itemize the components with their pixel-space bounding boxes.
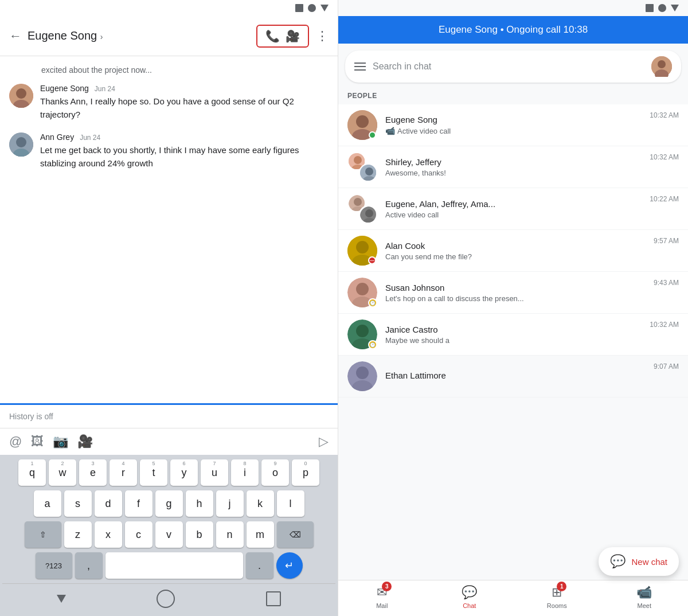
num-key[interactable]: ?123: [36, 552, 72, 579]
chat-avatar: [347, 152, 377, 182]
chat-messages: excited about the project now... Eugene …: [0, 56, 338, 403]
online-status-dot: [369, 131, 376, 139]
key-o[interactable]: 9o: [261, 459, 289, 486]
chat-avatar: [347, 361, 377, 391]
clock-status-dot2: 🕐: [368, 340, 377, 349]
chat-avatar: [347, 110, 377, 140]
backspace-key[interactable]: ⌫: [277, 521, 314, 548]
nav-back-button[interactable]: [57, 595, 66, 603]
svg-point-4: [16, 137, 26, 147]
svg-point-28: [356, 283, 369, 295]
chat-avatar: [347, 194, 377, 224]
key-l[interactable]: l: [277, 490, 304, 517]
chat-time: 10:32 AM: [650, 319, 679, 329]
right-panel: Eugene Song • Ongoing call 10:38 Search …: [338, 0, 688, 616]
key-y[interactable]: 6y: [170, 459, 198, 486]
space-key[interactable]: [105, 552, 243, 579]
list-item[interactable]: Ethan Lattimore 9:07 AM: [338, 356, 688, 397]
nav-home-button[interactable]: [157, 590, 175, 608]
video-call-icon[interactable]: 🎥: [286, 29, 300, 43]
key-k[interactable]: k: [247, 490, 274, 517]
mail-icon: ✉ 3: [377, 585, 387, 600]
clock-status-dot: 🕐: [368, 298, 377, 307]
system-bar-right: [338, 0, 688, 16]
key-n[interactable]: n: [216, 521, 244, 548]
key-j[interactable]: j: [216, 490, 244, 517]
keyboard-row-4: ?123 , . ↵: [2, 552, 335, 579]
list-item[interactable]: 🕐 Susan Johnson Let's hop on a call to d…: [338, 272, 688, 314]
keyboard: 1q 2w 3e 4r 5t 6y 7u 8i 9o 0p a s d f g …: [0, 455, 338, 616]
message-date: Jun 24: [95, 85, 115, 93]
comma-key[interactable]: ,: [75, 552, 103, 579]
tab-chat[interactable]: 💬 Chat: [447, 585, 492, 609]
list-item[interactable]: Eugene, Alan, Jeffrey, Ama... Active vid…: [338, 188, 688, 230]
key-e[interactable]: 3e: [79, 459, 107, 486]
list-item[interactable]: Eugene Song 📹 Active video call 10:32 AM: [338, 104, 688, 146]
list-item[interactable]: Shirley, Jeffery Awesome, thanks! 10:32 …: [338, 146, 688, 188]
chat-preview: Let's hop on a call to discuss the prese…: [385, 294, 649, 303]
shift-key[interactable]: ⇧: [25, 521, 61, 548]
chat-info: Eugene, Alan, Jeffrey, Ama... Active vid…: [385, 199, 645, 219]
message-text: Let me get back to you shortly, I think …: [40, 144, 329, 170]
back-button[interactable]: ←: [9, 29, 22, 44]
keyboard-row-2: a s d f g h j k l: [2, 490, 335, 517]
nav-recents-button[interactable]: [266, 591, 281, 606]
send-button[interactable]: ▷: [319, 434, 329, 449]
hamburger-menu-icon[interactable]: [354, 63, 366, 71]
partial-message: excited about the project now...: [9, 65, 329, 75]
sender-name: Eugene Song: [40, 84, 89, 93]
key-m[interactable]: m: [247, 521, 274, 548]
search-bar[interactable]: Search in chat: [345, 50, 681, 83]
key-h[interactable]: h: [186, 490, 213, 517]
video-icon: 📹: [385, 126, 395, 135]
key-i[interactable]: 8i: [231, 459, 259, 486]
phone-call-icon[interactable]: 📞: [265, 29, 280, 43]
history-off-label: History is off: [0, 403, 338, 428]
message-header: Ann Grey Jun 24: [40, 132, 329, 142]
list-item[interactable]: Alan Cook Can you send me the file? 9:57…: [338, 230, 688, 272]
key-a[interactable]: a: [34, 490, 61, 517]
enter-key[interactable]: ↵: [276, 552, 303, 579]
chat-info: Alan Cook Can you send me the file?: [385, 241, 649, 261]
key-c[interactable]: c: [125, 521, 153, 548]
tab-meet[interactable]: 📹 Meet: [621, 585, 667, 609]
key-u[interactable]: 7u: [201, 459, 228, 486]
key-s[interactable]: s: [64, 490, 92, 517]
key-d[interactable]: d: [95, 490, 122, 517]
video-attach-icon[interactable]: 🎥: [77, 434, 93, 449]
key-g[interactable]: g: [155, 490, 183, 517]
image-icon[interactable]: 🖼: [31, 434, 44, 449]
key-r[interactable]: 4r: [110, 459, 137, 486]
blocked-status-dot: [368, 256, 376, 264]
key-x[interactable]: x: [95, 521, 122, 548]
tab-mail[interactable]: ✉ 3 Mail: [359, 585, 405, 609]
key-f[interactable]: f: [125, 490, 153, 517]
camera-icon[interactable]: 📷: [53, 434, 68, 449]
svg-point-22: [365, 209, 373, 217]
contact-name: Susan Johnson: [385, 283, 649, 293]
list-item[interactable]: 🕐 Janice Castro Maybe we should a 10:32 …: [338, 314, 688, 356]
chat-list: Eugene Song 📹 Active video call 10:32 AM: [338, 104, 688, 580]
key-w[interactable]: 2w: [49, 459, 76, 486]
more-options-button[interactable]: ⋮: [316, 29, 329, 44]
new-chat-fab[interactable]: 💬 New chat: [599, 547, 679, 576]
key-b[interactable]: b: [186, 521, 213, 548]
key-q[interactable]: 1q: [18, 459, 46, 486]
search-input[interactable]: Search in chat: [373, 61, 644, 72]
key-t[interactable]: 5t: [140, 459, 167, 486]
key-p[interactable]: 0p: [292, 459, 319, 486]
tab-rooms[interactable]: ⊞ 1 Rooms: [534, 585, 580, 609]
keyboard-row-1: 1q 2w 3e 4r 5t 6y 7u 8i 9o 0p: [2, 459, 335, 486]
svg-point-13: [354, 156, 362, 164]
svg-point-34: [356, 367, 369, 379]
key-z[interactable]: z: [64, 521, 92, 548]
message-date: Jun 24: [80, 134, 100, 142]
mention-icon[interactable]: @: [9, 434, 22, 449]
chat-time: 10:32 AM: [650, 152, 679, 161]
new-chat-icon: 💬: [610, 554, 626, 569]
period-key[interactable]: .: [246, 552, 273, 579]
key-v[interactable]: v: [155, 521, 183, 548]
chat-time: 10:32 AM: [650, 110, 679, 119]
new-chat-label: New chat: [631, 557, 667, 567]
tab-chat-label: Chat: [463, 602, 476, 609]
